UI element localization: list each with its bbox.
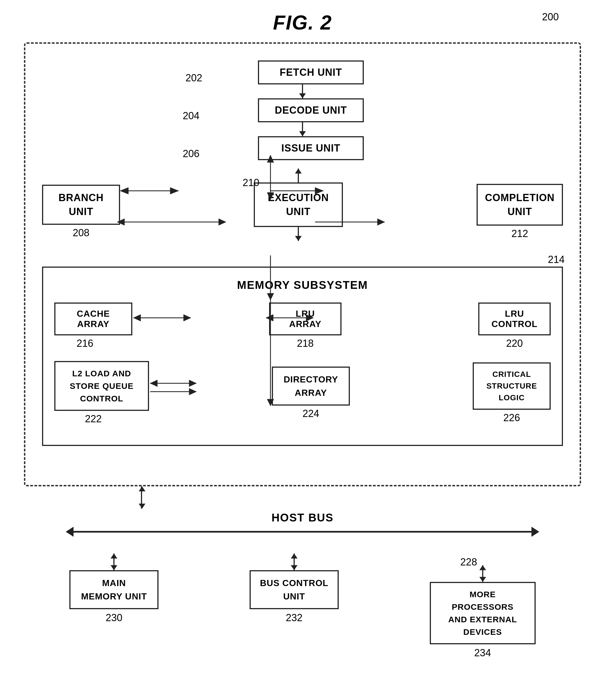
host-bus-line <box>74 531 531 532</box>
ref-226: 226 <box>503 412 520 424</box>
ref-220: 220 <box>506 338 523 349</box>
ref-224: 224 <box>303 408 319 420</box>
svg-marker-0 <box>120 188 128 194</box>
memory-subsystem-label: MEMORY SUBSYSTEM <box>54 279 551 291</box>
ref-216: 216 <box>77 338 93 349</box>
ref-214: 214 <box>548 254 564 266</box>
main-memory-item: MAINMEMORY UNIT 230 <box>69 553 158 621</box>
figure-title: FIG. 2 <box>24 11 581 34</box>
outer-processor-box: 202 FETCH UNIT 204 DECODE UNIT 206 <box>24 42 581 486</box>
host-bus-right-arrowhead <box>531 527 539 537</box>
issue-unit-block: ISSUE UNIT <box>258 136 364 160</box>
ref-218: 218 <box>297 338 313 349</box>
ref-212: 212 <box>511 228 528 240</box>
directory-array-block: DIRECTORYARRAY <box>272 367 350 405</box>
fetch-to-decode-arrow <box>302 84 303 98</box>
middle-units-row: BRANCHUNIT 208 EXECUTIONUNIT 210 <box>42 169 563 253</box>
svg-marker-13 <box>189 380 196 386</box>
critical-structure-block: CRITICALSTRUCTURELOGIC <box>473 362 551 410</box>
ref-204: 204 <box>183 110 199 122</box>
ref-234: 234 <box>474 647 491 659</box>
ref-202: 202 <box>185 72 202 84</box>
ref-208: 208 <box>73 227 90 239</box>
bus-control-block: BUS CONTROLUNIT <box>250 570 339 609</box>
memory-subsystem-box: 214 MEMORY SUBSYSTEM CACHE ARRAY 216 LRU… <box>42 267 563 446</box>
host-bus-left-arrowhead <box>66 527 74 537</box>
host-bus-section: HOST BUS <box>24 486 581 537</box>
ref-232: 232 <box>286 612 303 624</box>
ref-206: 206 <box>183 148 199 159</box>
completion-unit-block: COMPLETIONUNIT <box>477 184 563 226</box>
lru-control-block: LRU CONTROL <box>478 302 551 335</box>
bottom-units-row: MAINMEMORY UNIT 230 BUS CONTROLUNIT 232 … <box>24 553 581 656</box>
decode-unit-block: DECODE UNIT <box>258 98 364 122</box>
fetch-unit-block: FETCH UNIT <box>258 60 364 84</box>
exec-down-arrow <box>298 227 299 241</box>
memory-row2: L2 LOAD ANDSTORE QUEUECONTROL 222 DIRECT… <box>54 361 551 423</box>
decode-to-issue-arrow <box>302 122 303 136</box>
ref-210: 210 <box>243 177 259 189</box>
ref-222: 222 <box>85 413 102 425</box>
ref-228: 228 <box>460 556 477 568</box>
svg-marker-12 <box>150 380 157 386</box>
l2-load-block: L2 LOAD ANDSTORE QUEUECONTROL <box>54 361 149 411</box>
more-processors-block: MORE PROCESSORSAND EXTERNALDEVICES <box>430 582 536 644</box>
svg-marker-6 <box>133 315 141 321</box>
svg-marker-15 <box>189 388 196 395</box>
svg-marker-7 <box>183 315 191 321</box>
lru-array-block: LRU ARRAY <box>269 302 342 335</box>
more-processors-item: 228 MORE PROCESSORSAND EXTERNALDEVICES 2… <box>430 553 536 656</box>
memory-row1: CACHE ARRAY 216 LRU ARRAY 218 LRU CONTRO… <box>54 302 551 347</box>
branch-unit-block: BRANCHUNIT <box>42 185 120 225</box>
ref-200: 200 <box>542 11 559 23</box>
main-memory-block: MAINMEMORY UNIT <box>69 570 158 609</box>
svg-marker-2 <box>170 188 179 194</box>
bus-control-item: BUS CONTROLUNIT 232 <box>250 553 339 621</box>
host-bus-label: HOST BUS <box>272 511 334 524</box>
execution-unit-block: EXECUTIONUNIT <box>254 182 343 227</box>
cache-array-block: CACHE ARRAY <box>54 302 132 335</box>
ref-230: 230 <box>106 612 122 624</box>
